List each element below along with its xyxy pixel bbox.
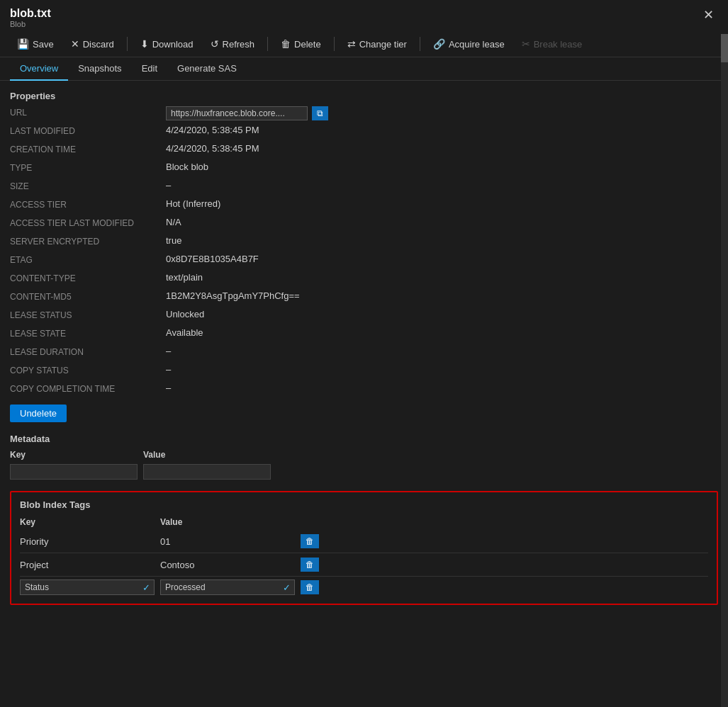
close-button[interactable]: ✕ <box>699 7 718 23</box>
prop-label-lease-duration: LEASE DURATION <box>10 346 166 357</box>
prop-value-size: – <box>166 180 171 191</box>
prop-label-access-tier-modified: ACCESS TIER LAST MODIFIED <box>10 217 166 228</box>
delete-button[interactable]: 🗑 Delete <box>274 35 328 52</box>
download-label: Download <box>152 39 194 50</box>
prop-value-lease-state: Available <box>166 327 203 338</box>
metadata-key-input[interactable] <box>10 464 138 480</box>
prop-label-url: URL <box>10 106 166 118</box>
prop-row-last-modified: LAST MODIFIED 4/24/2020, 5:38:45 PM <box>10 124 718 141</box>
prop-label-copy-completion: COPY COMPLETION TIME <box>10 383 166 394</box>
metadata-section: Metadata Key Value <box>10 434 718 480</box>
break-lease-icon: ✂ <box>522 38 530 50</box>
url-input[interactable] <box>166 106 308 120</box>
properties-title: Properties <box>10 91 718 101</box>
blob-index-delete-priority[interactable]: 🗑 <box>301 534 319 548</box>
prop-value-last-modified: 4/24/2020, 5:38:45 PM <box>166 125 259 135</box>
save-icon: 💾 <box>17 38 29 50</box>
prop-row-access-tier-modified: ACCESS TIER LAST MODIFIED N/A <box>10 216 718 233</box>
check-icon-key: ✓ <box>142 582 150 593</box>
metadata-header: Key Value <box>10 448 718 461</box>
tabs-bar: Overview Snapshots Edit Generate SAS <box>0 57 728 81</box>
properties-section: Properties URL ⧉ LAST MODIFIED 4/24/2020… <box>10 91 718 422</box>
blob-index-header: Key Value <box>20 514 708 531</box>
copy-url-button[interactable]: ⧉ <box>312 106 328 120</box>
tab-generate-sas[interactable]: Generate SAS <box>167 57 247 81</box>
prop-row-type: TYPE Block blob <box>10 161 718 178</box>
title-info: blob.txt Blob <box>10 7 51 28</box>
prop-row-content-md5: CONTENT-MD5 1B2M2Y8AsgTpgAmY7PhCfg== <box>10 290 718 307</box>
blob-index-key-input[interactable] <box>20 579 155 595</box>
prop-value-server-encrypted: true <box>166 235 181 246</box>
acquire-lease-icon: 🔗 <box>433 38 445 50</box>
tab-snapshots[interactable]: Snapshots <box>68 57 131 81</box>
separator-4 <box>420 37 420 51</box>
prop-row-lease-state: LEASE STATE Available <box>10 327 718 344</box>
prop-value-lease-duration: – <box>166 346 171 356</box>
toolbar: 💾 Save ✕ Discard ⬇ Download ↺ Refresh 🗑 … <box>0 31 728 57</box>
prop-label-server-encrypted: SERVER ENCRYPTED <box>10 235 166 247</box>
blob-index-val-priority: 01 <box>160 536 295 547</box>
prop-row-copy-status: COPY STATUS – <box>10 363 718 380</box>
blob-index-row-project: Project Contoso 🗑 <box>20 555 708 575</box>
metadata-value-input[interactable] <box>143 464 271 480</box>
tab-overview[interactable]: Overview <box>10 57 68 81</box>
blob-index-key-col: Key <box>20 517 155 527</box>
change-tier-label: Change tier <box>359 39 407 50</box>
metadata-key-col: Key <box>10 450 138 460</box>
prop-value-copy-status: – <box>166 364 171 375</box>
blob-index-key-container: ✓ <box>20 579 155 595</box>
prop-row-etag: ETAG 0x8D7E8B1035A4B7F <box>10 253 718 270</box>
metadata-input-row <box>10 464 718 480</box>
separator-2 <box>267 37 268 51</box>
check-icon-value: ✓ <box>283 582 291 593</box>
window-title: blob.txt <box>10 7 51 20</box>
blob-index-value-container: ✓ <box>160 579 295 595</box>
prop-label-size: SIZE <box>10 180 166 191</box>
blob-index-delete-status[interactable]: 🗑 <box>301 580 319 594</box>
blob-index-tags-title: Blob Index Tags <box>20 499 708 510</box>
blob-index-delete-project[interactable]: 🗑 <box>301 558 319 572</box>
tab-edit[interactable]: Edit <box>132 57 167 81</box>
prop-label-creation-time: CREATION TIME <box>10 143 166 154</box>
blob-index-value-input[interactable] <box>160 579 295 595</box>
download-icon: ⬇ <box>140 38 149 50</box>
acquire-lease-button[interactable]: 🔗 Acquire lease <box>426 35 512 52</box>
prop-value-access-tier-modified: N/A <box>166 217 181 227</box>
save-label: Save <box>33 39 54 50</box>
refresh-icon: ↺ <box>211 38 219 50</box>
separator-3 <box>334 37 335 51</box>
prop-value-content-md5: 1B2M2Y8AsgTpgAmY7PhCfg== <box>166 290 300 301</box>
prop-row-lease-status: LEASE STATUS Unlocked <box>10 308 718 325</box>
break-lease-label: Break lease <box>534 39 583 50</box>
prop-row-copy-completion: COPY COMPLETION TIME – <box>10 382 718 399</box>
discard-label: Discard <box>83 39 114 50</box>
main-content: Properties URL ⧉ LAST MODIFIED 4/24/2020… <box>0 81 728 707</box>
separator-1 <box>127 37 128 51</box>
prop-row-lease-duration: LEASE DURATION – <box>10 345 718 362</box>
blob-index-tags-section: Blob Index Tags Key Value Priority 01 🗑 … <box>10 491 718 605</box>
download-button[interactable]: ⬇ Download <box>133 35 201 52</box>
prop-label-access-tier: ACCESS TIER <box>10 198 166 210</box>
undelete-button[interactable]: Undelete <box>10 405 67 422</box>
scrollbar-thumb[interactable] <box>721 34 728 62</box>
prop-label-lease-status: LEASE STATUS <box>10 309 166 320</box>
break-lease-button[interactable]: ✂ Break lease <box>515 35 590 52</box>
trash-icon: 🗑 <box>281 38 291 50</box>
refresh-button[interactable]: ↺ Refresh <box>203 35 262 52</box>
acquire-lease-label: Acquire lease <box>449 39 505 50</box>
discard-button[interactable]: ✕ Discard <box>64 35 121 52</box>
save-button[interactable]: 💾 Save <box>10 35 61 52</box>
prop-row-content-type: CONTENT-TYPE text/plain <box>10 271 718 288</box>
refresh-label: Refresh <box>223 39 255 50</box>
blob-index-key-project: Project <box>20 560 155 570</box>
change-tier-button[interactable]: ⇄ Change tier <box>340 35 414 52</box>
properties-table: URL ⧉ LAST MODIFIED 4/24/2020, 5:38:45 P… <box>10 106 718 399</box>
prop-label-lease-state: LEASE STATE <box>10 327 166 339</box>
prop-label-copy-status: COPY STATUS <box>10 364 166 375</box>
prop-value-content-type: text/plain <box>166 272 203 283</box>
prop-value-url: ⧉ <box>166 106 328 120</box>
delete-label: Delete <box>294 39 321 50</box>
blob-index-key-priority: Priority <box>20 536 155 547</box>
metadata-value-col: Value <box>143 450 271 460</box>
scrollbar[interactable] <box>721 34 728 707</box>
